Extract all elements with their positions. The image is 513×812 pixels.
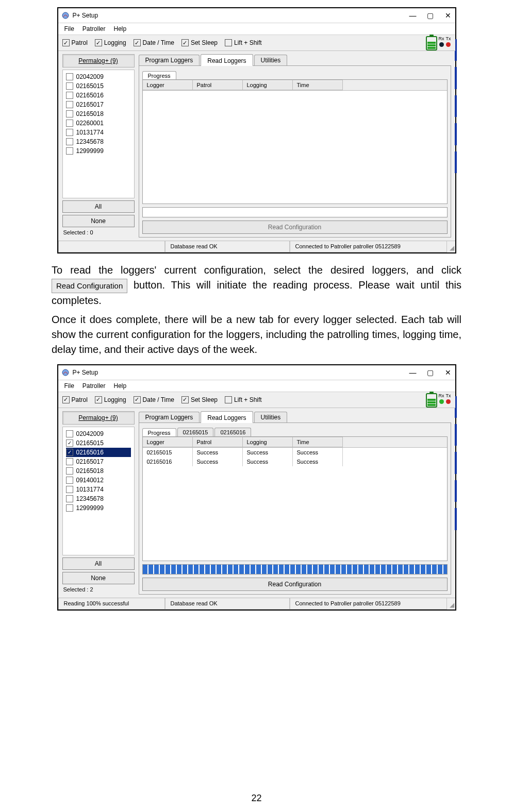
tab-program-loggers[interactable]: Program Loggers bbox=[139, 55, 200, 65]
logger-list-item[interactable]: 09140012 bbox=[66, 476, 131, 485]
rx-led bbox=[439, 42, 444, 47]
paragraph-2: Once it does complete, there will be a n… bbox=[52, 312, 461, 357]
tx-label: Tx bbox=[446, 36, 451, 41]
paragraph-1: To read the loggers' current configurati… bbox=[52, 263, 461, 308]
svg-point-0 bbox=[62, 12, 69, 19]
menu-file[interactable]: File bbox=[60, 381, 78, 391]
tab-read-loggers[interactable]: Read Loggers bbox=[201, 54, 253, 66]
app-window-b: P+ Setup — ▢ ✕ File Patroller Help Patro… bbox=[57, 364, 456, 611]
grid-row: 02165016SuccessSuccessSuccess bbox=[143, 457, 447, 466]
logger-list-item[interactable]: 02165016 bbox=[66, 448, 131, 457]
logger-list-item[interactable]: 10131774 bbox=[66, 485, 131, 494]
select-all-button[interactable]: All bbox=[62, 557, 135, 570]
logger-list-item[interactable]: 12345678 bbox=[66, 137, 131, 146]
read-configuration-button[interactable]: Read Configuration bbox=[142, 221, 448, 234]
logger-checkbox[interactable] bbox=[66, 129, 73, 136]
tab-program-loggers[interactable]: Program Loggers bbox=[139, 412, 200, 422]
select-none-button[interactable]: None bbox=[62, 572, 135, 584]
chk-logging[interactable]: Logging bbox=[95, 396, 126, 403]
logger-checkbox[interactable] bbox=[66, 467, 73, 475]
chk-setsleep[interactable]: Set Sleep bbox=[181, 39, 218, 46]
logger-checkbox[interactable] bbox=[66, 138, 73, 145]
logger-checkbox[interactable] bbox=[66, 486, 73, 493]
logger-checkbox[interactable] bbox=[66, 477, 73, 484]
logger-list-item[interactable]: 02165018 bbox=[66, 109, 131, 119]
tab-read-loggers[interactable]: Read Loggers bbox=[201, 411, 253, 423]
chk-logging[interactable]: Logging bbox=[95, 39, 126, 46]
progress-grid: Logger Patrol Logging Time bbox=[142, 79, 448, 204]
logger-list-item[interactable]: 02165017 bbox=[66, 457, 131, 466]
logger-list[interactable]: 0204200902165015021650160216501702165018… bbox=[62, 70, 135, 198]
inner-tab-progress[interactable]: Progress bbox=[142, 428, 176, 437]
menu-patroller[interactable]: Patroller bbox=[78, 24, 110, 33]
select-all-button[interactable]: All bbox=[62, 200, 135, 213]
maximize-button[interactable]: ▢ bbox=[426, 368, 435, 377]
close-button[interactable]: ✕ bbox=[444, 11, 452, 20]
chk-patrol[interactable]: Patrol bbox=[62, 396, 88, 403]
logger-list-item[interactable]: 10131774 bbox=[66, 128, 131, 137]
logger-checkbox[interactable] bbox=[66, 92, 73, 99]
maximize-button[interactable]: ▢ bbox=[426, 11, 435, 20]
menu-patroller[interactable]: Patroller bbox=[78, 381, 110, 391]
logger-checkbox[interactable] bbox=[66, 73, 73, 80]
menu-help[interactable]: Help bbox=[110, 24, 131, 33]
chk-patrol[interactable]: Patrol bbox=[62, 39, 88, 46]
close-button[interactable]: ✕ bbox=[444, 368, 452, 377]
logger-list-item[interactable]: 02165016 bbox=[66, 91, 131, 100]
chk-liftshift[interactable]: Lift + Shift bbox=[225, 39, 262, 46]
logger-list-item[interactable]: 02260001 bbox=[66, 119, 131, 128]
tab-utilities[interactable]: Utilities bbox=[254, 412, 288, 422]
logger-list-item[interactable]: 02165017 bbox=[66, 100, 131, 109]
logger-checkbox[interactable] bbox=[66, 449, 73, 456]
col-patrol[interactable]: Patrol bbox=[193, 437, 243, 447]
logger-checkbox[interactable] bbox=[66, 120, 73, 127]
col-logger[interactable]: Logger bbox=[143, 80, 193, 90]
chk-setsleep[interactable]: Set Sleep bbox=[181, 396, 218, 403]
logger-checkbox[interactable] bbox=[66, 504, 73, 512]
logger-list-item[interactable]: 02042009 bbox=[66, 72, 131, 81]
logger-list-item[interactable]: 02165015 bbox=[66, 438, 131, 448]
logger-checkbox[interactable] bbox=[66, 101, 73, 108]
logger-list-item[interactable]: 02165018 bbox=[66, 466, 131, 476]
resize-grip-icon[interactable]: ◢ bbox=[447, 241, 455, 252]
col-logging[interactable]: Logging bbox=[243, 437, 293, 447]
select-none-button[interactable]: None bbox=[62, 215, 135, 227]
minimize-button[interactable]: — bbox=[409, 368, 417, 377]
menu-help[interactable]: Help bbox=[110, 381, 131, 391]
chk-datetime[interactable]: Date / Time bbox=[134, 39, 174, 46]
col-logger[interactable]: Logger bbox=[143, 437, 193, 447]
chk-datetime[interactable]: Date / Time bbox=[134, 396, 174, 403]
chk-liftshift[interactable]: Lift + Shift bbox=[225, 396, 262, 403]
col-time[interactable]: Time bbox=[293, 437, 343, 447]
logger-list-item[interactable]: 12999999 bbox=[66, 503, 131, 513]
col-logging[interactable]: Logging bbox=[243, 80, 293, 90]
page-number: 22 bbox=[0, 793, 513, 804]
logger-checkbox[interactable] bbox=[66, 458, 73, 465]
logger-list-item[interactable]: 02165015 bbox=[66, 81, 131, 91]
col-patrol[interactable]: Patrol bbox=[193, 80, 243, 90]
read-configuration-button[interactable]: Read Configuration bbox=[142, 578, 448, 591]
battery-icon bbox=[426, 393, 437, 408]
permalog-header[interactable]: Permalog+ (9) bbox=[62, 411, 135, 425]
logger-checkbox[interactable] bbox=[66, 430, 73, 437]
resize-grip-icon[interactable]: ◢ bbox=[447, 598, 455, 610]
permalog-header[interactable]: Permalog+ (9) bbox=[62, 54, 135, 67]
logger-list[interactable]: 0204200902165015021650160216501702165018… bbox=[62, 427, 135, 555]
inner-tab-logger-a[interactable]: 02165015 bbox=[177, 428, 214, 436]
inner-tab-logger-b[interactable]: 02165016 bbox=[214, 428, 251, 436]
logger-list-item[interactable]: 12999999 bbox=[66, 146, 131, 156]
logger-checkbox[interactable] bbox=[66, 110, 73, 117]
logger-list-item[interactable]: 02042009 bbox=[66, 429, 131, 438]
minimize-button[interactable]: — bbox=[409, 11, 417, 20]
tab-utilities[interactable]: Utilities bbox=[254, 55, 288, 65]
main-tabs: Program Loggers Read Loggers Utilities bbox=[139, 54, 451, 65]
logger-list-item[interactable]: 12345678 bbox=[66, 494, 131, 503]
menubar: File Patroller Help bbox=[58, 380, 455, 392]
logger-checkbox[interactable] bbox=[66, 147, 73, 155]
col-time[interactable]: Time bbox=[293, 80, 343, 90]
logger-checkbox[interactable] bbox=[66, 439, 73, 447]
logger-checkbox[interactable] bbox=[66, 82, 73, 90]
logger-checkbox[interactable] bbox=[66, 495, 73, 502]
inner-tab-progress[interactable]: Progress bbox=[142, 71, 176, 80]
menu-file[interactable]: File bbox=[60, 24, 78, 33]
